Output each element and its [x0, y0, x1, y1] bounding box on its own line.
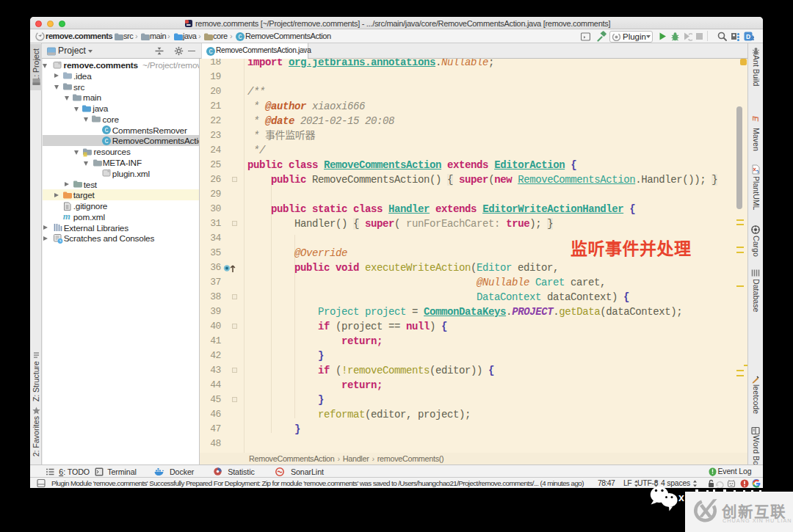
- svg-text:C: C: [209, 48, 212, 56]
- svg-text:C: C: [238, 34, 242, 41]
- svg-text:D: D: [746, 32, 750, 40]
- svg-text:C: C: [104, 138, 108, 145]
- svg-text:C: C: [104, 127, 108, 134]
